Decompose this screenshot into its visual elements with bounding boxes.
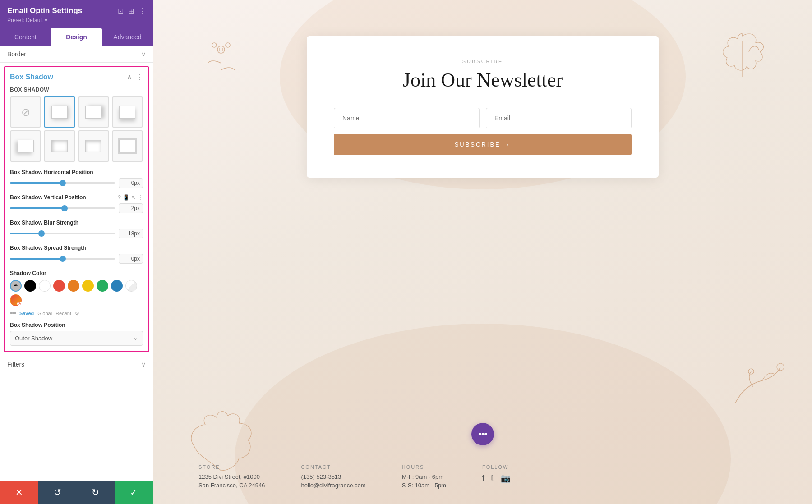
slider-track[interactable] <box>10 182 115 184</box>
filters-section-row[interactable]: Filters ∨ <box>0 356 153 372</box>
footer-hours-title: HOURS <box>402 464 446 470</box>
close-icon: ✕ <box>15 487 23 498</box>
slider-blur-strength: Box Shadow Blur Strength 18px <box>10 220 143 238</box>
slider-value-input[interactable]: 0px <box>119 178 143 188</box>
shadow-option-right[interactable] <box>78 96 109 128</box>
instagram-icon[interactable]: 📷 <box>501 473 511 483</box>
border-label: Border <box>7 50 26 58</box>
slider-track[interactable] <box>10 233 115 234</box>
panel-header: Email Optin Settings ⊡ ⊞ ⋮ Preset: Defau… <box>0 0 153 28</box>
subscribe-button[interactable]: SUBSCRIBE → <box>334 134 632 155</box>
footer-store-col: STORE 1235 Divi Street, #1000 San Franci… <box>198 464 265 490</box>
slider-value-input[interactable]: 0px <box>119 254 143 264</box>
footer-hours-line2: S-S: 10am - 5pm <box>402 482 446 489</box>
help-icon[interactable]: ? <box>118 194 121 201</box>
shadow-option-standard[interactable] <box>44 96 75 128</box>
position-select[interactable]: Outer Shadow Inner Shadow <box>10 331 143 346</box>
expand-icon[interactable]: ⊡ <box>118 7 124 15</box>
svg-point-0 <box>217 46 225 53</box>
svg-point-6 <box>748 369 754 374</box>
tab-design[interactable]: Design <box>51 28 102 46</box>
close-button[interactable]: ✕ <box>0 481 38 504</box>
section-header: Box Shadow ∧ ⋮ <box>10 73 143 81</box>
email-input[interactable] <box>486 108 632 128</box>
fab-button[interactable]: ••• <box>471 423 494 445</box>
fab-dots: ••• <box>478 428 487 440</box>
name-input[interactable] <box>334 108 480 128</box>
device-icon[interactable]: 📱 <box>123 194 129 201</box>
shadow-option-inset-full[interactable] <box>44 130 75 161</box>
slider-controls: 18px <box>10 229 143 238</box>
color-settings-icon[interactable]: ⚙ <box>75 311 79 316</box>
floral-bottom-right <box>722 358 785 414</box>
section-title: Box Shadow <box>10 73 53 81</box>
slider-track[interactable] <box>10 258 115 260</box>
border-section-row[interactable]: Border ∨ <box>0 46 153 63</box>
twitter-icon[interactable]: 𝕥 <box>491 473 494 483</box>
slider-vertical-position: Box Shadow Vertical Position ? 📱 ↖ ⋮ 2px <box>10 194 143 213</box>
slider-value-input[interactable]: 18px <box>119 229 143 238</box>
svg-point-4 <box>219 48 223 51</box>
shadow-option-inset-bottom[interactable] <box>78 130 109 161</box>
cursor-icon[interactable]: ↖ <box>131 194 136 201</box>
shadow-preview-box <box>18 140 34 152</box>
slider-label: Box Shadow Spread Strength <box>10 245 86 251</box>
newsletter-title: Join Our Newsletter <box>334 69 632 92</box>
more-options-icon[interactable]: ⋮ <box>138 7 146 15</box>
footer-follow-col: FOLLOW f 𝕥 📷 <box>482 464 511 490</box>
footer-contact-line1: (135) 523-3513 <box>301 473 365 480</box>
color-swatch-white[interactable] <box>39 280 51 292</box>
vertical-more-icon[interactable]: ⋮ <box>138 194 143 201</box>
svg-point-1 <box>212 43 217 47</box>
slider-value-input[interactable]: 2px <box>119 203 143 213</box>
shadow-option-bottom[interactable] <box>112 96 143 128</box>
color-more-icon[interactable]: ••• <box>10 309 16 318</box>
position-select-wrap: Outer Shadow Inner Shadow <box>10 331 143 346</box>
footer-hours-line1: M-F: 9am - 6pm <box>402 473 446 480</box>
color-global-tab[interactable]: Global <box>37 311 52 316</box>
tab-advanced[interactable]: Advanced <box>102 28 153 46</box>
slider-track[interactable] <box>10 207 115 209</box>
color-swatch-gradient[interactable]: ⊘ <box>10 294 22 306</box>
grid-icon[interactable]: ⊞ <box>128 7 134 15</box>
footer-contact-title: CONTACT <box>301 464 365 470</box>
redo-icon: ↻ <box>92 487 99 498</box>
tab-content[interactable]: Content <box>0 28 51 46</box>
color-swatch-transparent[interactable] <box>125 280 137 292</box>
color-saved-tab[interactable]: Saved <box>19 311 34 316</box>
color-swatch-yellow[interactable] <box>82 280 94 292</box>
shadow-option-outline[interactable] <box>112 130 143 161</box>
section-header-icons: ∧ ⋮ <box>127 73 143 81</box>
shadow-style-grid: ⊘ <box>10 96 143 162</box>
color-swatch-black[interactable] <box>24 280 36 292</box>
save-icon: ✓ <box>130 487 138 498</box>
color-swatch-orange[interactable] <box>68 280 79 292</box>
undo-button[interactable]: ↺ <box>38 481 77 504</box>
slider-spread-strength: Box Shadow Spread Strength 0px <box>10 245 143 264</box>
facebook-icon[interactable]: f <box>482 473 484 483</box>
position-label: Box Shadow Position <box>10 322 143 328</box>
redo-button[interactable]: ↻ <box>77 481 115 504</box>
save-button[interactable]: ✓ <box>115 481 153 504</box>
color-swatch-green[interactable] <box>97 280 108 292</box>
collapse-icon[interactable]: ∧ <box>127 73 132 81</box>
color-swatch-blue[interactable] <box>111 280 123 292</box>
footer-follow-title: FOLLOW <box>482 464 511 470</box>
box-shadow-section: Box Shadow ∧ ⋮ Box Shadow ⊘ <box>4 66 149 352</box>
shadow-option-bottom-left[interactable] <box>10 130 41 161</box>
section-menu-icon[interactable]: ⋮ <box>136 73 143 81</box>
svg-point-5 <box>777 363 784 371</box>
shadow-preview-box <box>51 140 68 152</box>
slider-controls: 0px <box>10 178 143 188</box>
shadow-option-none[interactable]: ⊘ <box>10 96 41 128</box>
preset-label[interactable]: Preset: Default ▾ <box>7 17 146 23</box>
color-swatch-red[interactable] <box>53 280 65 292</box>
chevron-down-icon: ∨ <box>141 361 146 368</box>
subscribe-pre-label: SUBSCRIBE <box>334 59 632 64</box>
footer-store-line2: San Francisco, CA 24946 <box>198 482 265 489</box>
shadow-preview-box <box>119 106 135 119</box>
color-recent-tab[interactable]: Recent <box>55 311 71 316</box>
slider-horizontal-position: Box Shadow Horizontal Position 0px <box>10 169 143 188</box>
form-fields-row <box>334 108 632 128</box>
eyedropper-swatch[interactable]: ✒ <box>10 280 22 292</box>
